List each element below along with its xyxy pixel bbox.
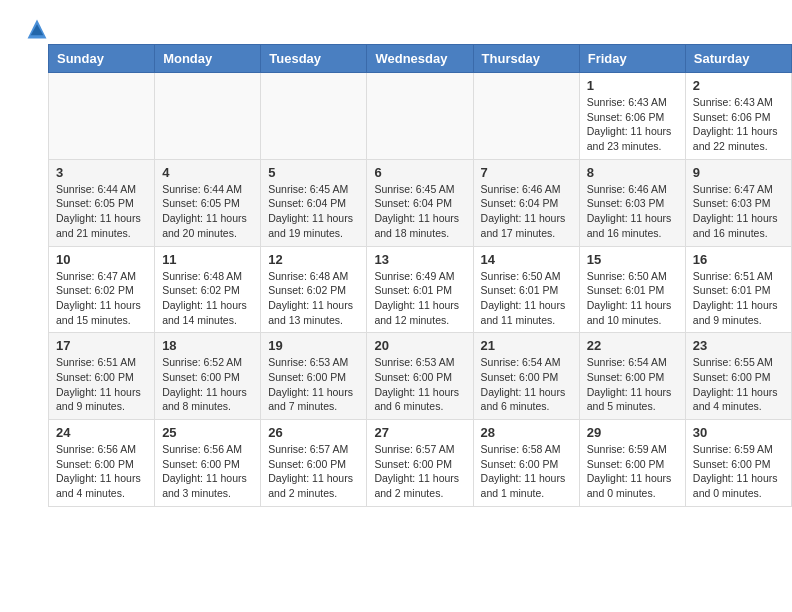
day-info: Sunrise: 6:59 AMSunset: 6:00 PMDaylight:… — [587, 442, 678, 501]
calendar-cell — [155, 73, 261, 160]
day-number: 30 — [693, 425, 784, 440]
day-info: Sunrise: 6:51 AMSunset: 6:00 PMDaylight:… — [56, 355, 147, 414]
page-header — [0, 0, 792, 44]
calendar-cell: 19Sunrise: 6:53 AMSunset: 6:00 PMDayligh… — [261, 333, 367, 420]
day-info: Sunrise: 6:53 AMSunset: 6:00 PMDaylight:… — [374, 355, 465, 414]
day-number: 18 — [162, 338, 253, 353]
day-number: 5 — [268, 165, 359, 180]
day-info: Sunrise: 6:54 AMSunset: 6:00 PMDaylight:… — [587, 355, 678, 414]
day-info: Sunrise: 6:52 AMSunset: 6:00 PMDaylight:… — [162, 355, 253, 414]
day-number: 23 — [693, 338, 784, 353]
day-info: Sunrise: 6:46 AMSunset: 6:03 PMDaylight:… — [587, 182, 678, 241]
calendar-cell: 4Sunrise: 6:44 AMSunset: 6:05 PMDaylight… — [155, 159, 261, 246]
day-info: Sunrise: 6:59 AMSunset: 6:00 PMDaylight:… — [693, 442, 784, 501]
calendar-cell: 28Sunrise: 6:58 AMSunset: 6:00 PMDayligh… — [473, 420, 579, 507]
calendar-cell: 13Sunrise: 6:49 AMSunset: 6:01 PMDayligh… — [367, 246, 473, 333]
calendar-header-wednesday: Wednesday — [367, 45, 473, 73]
calendar-cell: 6Sunrise: 6:45 AMSunset: 6:04 PMDaylight… — [367, 159, 473, 246]
calendar-header-friday: Friday — [579, 45, 685, 73]
day-number: 16 — [693, 252, 784, 267]
day-number: 6 — [374, 165, 465, 180]
calendar-wrapper: SundayMondayTuesdayWednesdayThursdayFrid… — [0, 44, 792, 523]
day-info: Sunrise: 6:45 AMSunset: 6:04 PMDaylight:… — [374, 182, 465, 241]
calendar-header-sunday: Sunday — [49, 45, 155, 73]
day-info: Sunrise: 6:43 AMSunset: 6:06 PMDaylight:… — [693, 95, 784, 154]
day-number: 9 — [693, 165, 784, 180]
calendar-cell: 18Sunrise: 6:52 AMSunset: 6:00 PMDayligh… — [155, 333, 261, 420]
day-number: 24 — [56, 425, 147, 440]
day-number: 27 — [374, 425, 465, 440]
calendar-cell: 5Sunrise: 6:45 AMSunset: 6:04 PMDaylight… — [261, 159, 367, 246]
day-info: Sunrise: 6:48 AMSunset: 6:02 PMDaylight:… — [162, 269, 253, 328]
day-number: 4 — [162, 165, 253, 180]
day-number: 20 — [374, 338, 465, 353]
day-info: Sunrise: 6:53 AMSunset: 6:00 PMDaylight:… — [268, 355, 359, 414]
day-info: Sunrise: 6:54 AMSunset: 6:00 PMDaylight:… — [481, 355, 572, 414]
calendar-cell: 2Sunrise: 6:43 AMSunset: 6:06 PMDaylight… — [685, 73, 791, 160]
day-number: 25 — [162, 425, 253, 440]
day-number: 15 — [587, 252, 678, 267]
day-number: 28 — [481, 425, 572, 440]
day-number: 22 — [587, 338, 678, 353]
day-info: Sunrise: 6:47 AMSunset: 6:03 PMDaylight:… — [693, 182, 784, 241]
day-number: 21 — [481, 338, 572, 353]
calendar-cell: 12Sunrise: 6:48 AMSunset: 6:02 PMDayligh… — [261, 246, 367, 333]
day-info: Sunrise: 6:47 AMSunset: 6:02 PMDaylight:… — [56, 269, 147, 328]
day-number: 13 — [374, 252, 465, 267]
calendar-cell: 23Sunrise: 6:55 AMSunset: 6:00 PMDayligh… — [685, 333, 791, 420]
calendar-cell: 27Sunrise: 6:57 AMSunset: 6:00 PMDayligh… — [367, 420, 473, 507]
day-info: Sunrise: 6:50 AMSunset: 6:01 PMDaylight:… — [481, 269, 572, 328]
calendar-table: SundayMondayTuesdayWednesdayThursdayFrid… — [48, 44, 792, 507]
calendar-cell: 8Sunrise: 6:46 AMSunset: 6:03 PMDaylight… — [579, 159, 685, 246]
calendar-header-tuesday: Tuesday — [261, 45, 367, 73]
calendar-cell: 11Sunrise: 6:48 AMSunset: 6:02 PMDayligh… — [155, 246, 261, 333]
calendar-cell — [261, 73, 367, 160]
day-number: 26 — [268, 425, 359, 440]
calendar-cell: 7Sunrise: 6:46 AMSunset: 6:04 PMDaylight… — [473, 159, 579, 246]
calendar-cell — [367, 73, 473, 160]
calendar-cell: 22Sunrise: 6:54 AMSunset: 6:00 PMDayligh… — [579, 333, 685, 420]
logo — [24, 18, 48, 34]
day-info: Sunrise: 6:56 AMSunset: 6:00 PMDaylight:… — [162, 442, 253, 501]
calendar-cell: 10Sunrise: 6:47 AMSunset: 6:02 PMDayligh… — [49, 246, 155, 333]
day-number: 12 — [268, 252, 359, 267]
calendar-cell: 26Sunrise: 6:57 AMSunset: 6:00 PMDayligh… — [261, 420, 367, 507]
calendar-cell: 20Sunrise: 6:53 AMSunset: 6:00 PMDayligh… — [367, 333, 473, 420]
day-number: 7 — [481, 165, 572, 180]
day-number: 10 — [56, 252, 147, 267]
day-info: Sunrise: 6:50 AMSunset: 6:01 PMDaylight:… — [587, 269, 678, 328]
day-info: Sunrise: 6:56 AMSunset: 6:00 PMDaylight:… — [56, 442, 147, 501]
calendar-cell: 14Sunrise: 6:50 AMSunset: 6:01 PMDayligh… — [473, 246, 579, 333]
day-info: Sunrise: 6:48 AMSunset: 6:02 PMDaylight:… — [268, 269, 359, 328]
day-number: 1 — [587, 78, 678, 93]
calendar-cell: 1Sunrise: 6:43 AMSunset: 6:06 PMDaylight… — [579, 73, 685, 160]
day-number: 2 — [693, 78, 784, 93]
day-number: 11 — [162, 252, 253, 267]
day-number: 8 — [587, 165, 678, 180]
day-info: Sunrise: 6:57 AMSunset: 6:00 PMDaylight:… — [268, 442, 359, 501]
logo-icon — [26, 18, 48, 40]
day-info: Sunrise: 6:44 AMSunset: 6:05 PMDaylight:… — [162, 182, 253, 241]
calendar-cell — [49, 73, 155, 160]
day-info: Sunrise: 6:44 AMSunset: 6:05 PMDaylight:… — [56, 182, 147, 241]
calendar-cell — [473, 73, 579, 160]
calendar-cell: 25Sunrise: 6:56 AMSunset: 6:00 PMDayligh… — [155, 420, 261, 507]
calendar-cell: 16Sunrise: 6:51 AMSunset: 6:01 PMDayligh… — [685, 246, 791, 333]
calendar-cell: 17Sunrise: 6:51 AMSunset: 6:00 PMDayligh… — [49, 333, 155, 420]
day-info: Sunrise: 6:49 AMSunset: 6:01 PMDaylight:… — [374, 269, 465, 328]
calendar-header-saturday: Saturday — [685, 45, 791, 73]
calendar-cell: 9Sunrise: 6:47 AMSunset: 6:03 PMDaylight… — [685, 159, 791, 246]
calendar-cell: 24Sunrise: 6:56 AMSunset: 6:00 PMDayligh… — [49, 420, 155, 507]
day-info: Sunrise: 6:46 AMSunset: 6:04 PMDaylight:… — [481, 182, 572, 241]
calendar-cell: 29Sunrise: 6:59 AMSunset: 6:00 PMDayligh… — [579, 420, 685, 507]
day-number: 17 — [56, 338, 147, 353]
calendar-cell: 21Sunrise: 6:54 AMSunset: 6:00 PMDayligh… — [473, 333, 579, 420]
calendar-header-thursday: Thursday — [473, 45, 579, 73]
day-info: Sunrise: 6:43 AMSunset: 6:06 PMDaylight:… — [587, 95, 678, 154]
calendar-cell: 3Sunrise: 6:44 AMSunset: 6:05 PMDaylight… — [49, 159, 155, 246]
day-number: 19 — [268, 338, 359, 353]
day-info: Sunrise: 6:45 AMSunset: 6:04 PMDaylight:… — [268, 182, 359, 241]
calendar-header-monday: Monday — [155, 45, 261, 73]
day-number: 3 — [56, 165, 147, 180]
day-info: Sunrise: 6:57 AMSunset: 6:00 PMDaylight:… — [374, 442, 465, 501]
